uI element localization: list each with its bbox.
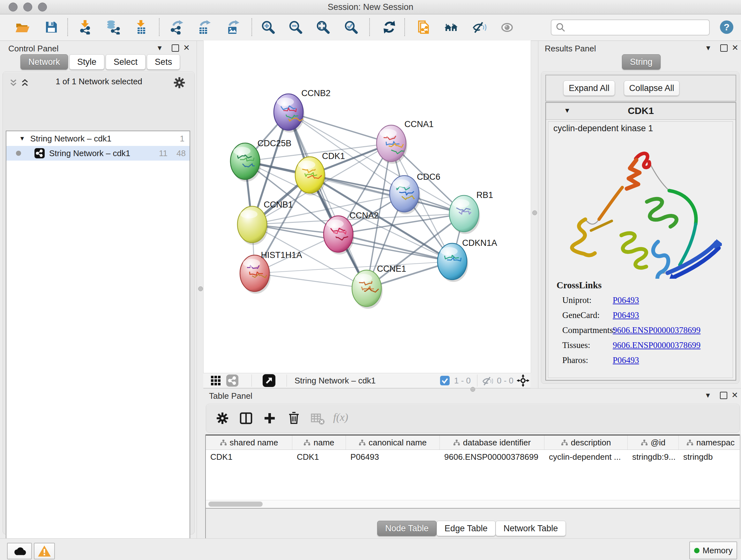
expand-all-networks-icon[interactable] <box>20 77 31 89</box>
delete-table-icon[interactable] <box>310 412 325 426</box>
crosslink-link-compartments[interactable]: 9606.ENSP00000378699 <box>613 325 700 335</box>
hide-graphics-details-button[interactable] <box>471 19 487 35</box>
show-column-icon[interactable] <box>239 411 253 426</box>
control-panel-close-icon[interactable]: ✕ <box>183 44 190 52</box>
hidden-items-eye-icon[interactable] <box>482 375 493 387</box>
tab-edge-table[interactable]: Edge Table <box>436 521 495 536</box>
table-cell[interactable]: P06493 <box>346 450 440 464</box>
table-panel-close-icon[interactable]: ✕ <box>731 391 738 399</box>
network-node-CCNB1[interactable] <box>238 206 268 245</box>
tab-select[interactable]: Select <box>106 54 145 70</box>
network-graph[interactable]: CCNB2CCNA1CDC25BCDK1CDC6RB1CCNB1CCNA2HIS… <box>204 41 531 373</box>
network-node-CCNA1[interactable] <box>377 125 407 164</box>
copy-network-button[interactable] <box>415 19 431 35</box>
network-options-gear-icon[interactable] <box>172 76 186 90</box>
add-column-icon[interactable] <box>262 411 277 426</box>
column-header-name[interactable]: name <box>292 435 346 449</box>
column-header-@id[interactable]: @id <box>628 435 679 449</box>
table-settings-gear-icon[interactable] <box>215 411 230 426</box>
column-header-shared-name[interactable]: shared name <box>206 435 292 449</box>
network-node-RB1[interactable] <box>449 195 480 234</box>
export-table-button[interactable] <box>196 19 212 35</box>
pan-crosshair-icon[interactable] <box>517 374 529 387</box>
delete-column-icon[interactable] <box>286 410 301 425</box>
right-splitter-handle[interactable] <box>532 210 537 215</box>
tab-network[interactable]: Network <box>20 54 68 70</box>
zoom-in-button[interactable] <box>260 19 276 35</box>
collapse-all-networks-icon[interactable] <box>8 77 20 89</box>
crosslink-link-tissues[interactable]: 9606.ENSP00000378699 <box>613 340 700 350</box>
tab-network-table[interactable]: Network Table <box>495 521 566 536</box>
scrollbar-thumb[interactable] <box>208 502 263 507</box>
control-panel-menu-icon[interactable]: ▾ <box>158 44 162 52</box>
column-header-namespac[interactable]: namespac <box>679 435 740 449</box>
results-panel-menu-icon[interactable]: ▾ <box>706 44 711 52</box>
cloud-button[interactable] <box>7 543 32 559</box>
table-horizontal-scrollbar[interactable] <box>206 500 740 508</box>
network-node-CDC6[interactable] <box>390 176 420 214</box>
save-session-button[interactable] <box>44 19 59 35</box>
table-cell[interactable]: CDK1 <box>206 450 292 464</box>
function-builder-button[interactable]: f(x) <box>333 411 348 423</box>
table-row[interactable]: CDK1CDK1P064939606.ENSP00000378699cyclin… <box>206 450 740 464</box>
network-tree-root-row[interactable]: ▼ String Network – cdk1 1 <box>6 131 190 146</box>
table-cell[interactable]: stringdb:9... <box>628 450 679 464</box>
import-table-file-button[interactable] <box>133 19 149 35</box>
network-edge[interactable] <box>255 273 367 288</box>
network-share-view-icon[interactable] <box>226 374 239 387</box>
tab-sets[interactable]: Sets <box>147 54 180 70</box>
tree-expander-icon[interactable]: ▼ <box>19 135 25 142</box>
warnings-button[interactable] <box>34 543 55 559</box>
zoom-out-button[interactable] <box>287 19 304 35</box>
table-cell[interactable]: CDK1 <box>292 450 346 464</box>
network-node-CCNE1[interactable] <box>352 270 383 309</box>
results-panel-float-icon[interactable] <box>720 44 728 52</box>
table-cell[interactable]: 9606.ENSP00000378699 <box>440 450 544 464</box>
table-cell[interactable]: cyclin-dependent ... <box>544 450 628 464</box>
network-canvas[interactable]: CCNB2CCNA1CDC25BCDK1CDC6RB1CCNB1CCNA2HIS… <box>203 41 531 373</box>
crosslink-link-genecard[interactable]: P06493 <box>613 310 639 320</box>
tab-style[interactable]: Style <box>69 54 105 70</box>
zoom-fit-button[interactable] <box>315 19 331 35</box>
column-header-canonical-name[interactable]: canonical name <box>346 435 440 449</box>
network-edge[interactable] <box>288 112 367 288</box>
grid-view-icon[interactable] <box>210 375 221 386</box>
import-network-database-button[interactable] <box>105 19 121 35</box>
left-splitter-handle[interactable] <box>198 287 203 291</box>
apply-layout-button[interactable] <box>381 19 397 35</box>
birdseye-view-icon[interactable] <box>263 374 275 387</box>
network-node-CCNB2[interactable] <box>274 94 305 132</box>
network-node-CDK1[interactable] <box>295 157 326 195</box>
expand-all-button[interactable]: Expand All <box>563 80 615 96</box>
gene-header-row[interactable]: ▼ CDK1 <box>546 103 736 120</box>
tab-node-table[interactable]: Node Table <box>377 521 436 536</box>
column-header-description[interactable]: description <box>544 435 628 449</box>
show-graphics-details-button[interactable] <box>499 19 515 35</box>
table-panel-float-icon[interactable] <box>720 392 727 399</box>
export-image-button[interactable] <box>225 19 241 35</box>
zoom-selected-button[interactable] <box>343 19 359 35</box>
memory-button[interactable]: Memory <box>689 542 737 559</box>
crosslink-link-uniprot[interactable]: P06493 <box>613 295 639 305</box>
column-header-database-identifier[interactable]: database identifier <box>440 435 544 449</box>
network-node-CCNA2[interactable] <box>324 216 354 254</box>
table-panel-menu-icon[interactable]: ▾ <box>706 391 710 399</box>
warning-icon <box>37 545 51 557</box>
selected-nodes-checkbox[interactable] <box>440 376 450 385</box>
search-input[interactable] <box>569 22 704 33</box>
export-network-button[interactable] <box>169 19 185 35</box>
search-box[interactable] <box>551 19 710 36</box>
import-network-file-button[interactable] <box>77 19 93 35</box>
crosslink-link-pharos[interactable]: P06493 <box>613 355 639 365</box>
help-button[interactable]: ? <box>719 19 735 35</box>
results-panel-close-icon[interactable]: ✕ <box>732 44 738 52</box>
network-tree-child-row[interactable]: String Network – cdk1 11 48 <box>6 146 190 161</box>
collapse-all-button[interactable]: Collapse All <box>624 80 679 96</box>
control-panel-float-icon[interactable] <box>172 44 179 52</box>
open-session-button[interactable] <box>14 19 30 35</box>
tab-string[interactable]: String <box>622 54 661 70</box>
table-cell[interactable]: stringdb <box>679 450 740 464</box>
network-node-HIST1H1A[interactable] <box>240 255 271 294</box>
first-neighbors-button[interactable] <box>443 19 459 35</box>
network-node-CDKN1A[interactable] <box>437 243 468 282</box>
